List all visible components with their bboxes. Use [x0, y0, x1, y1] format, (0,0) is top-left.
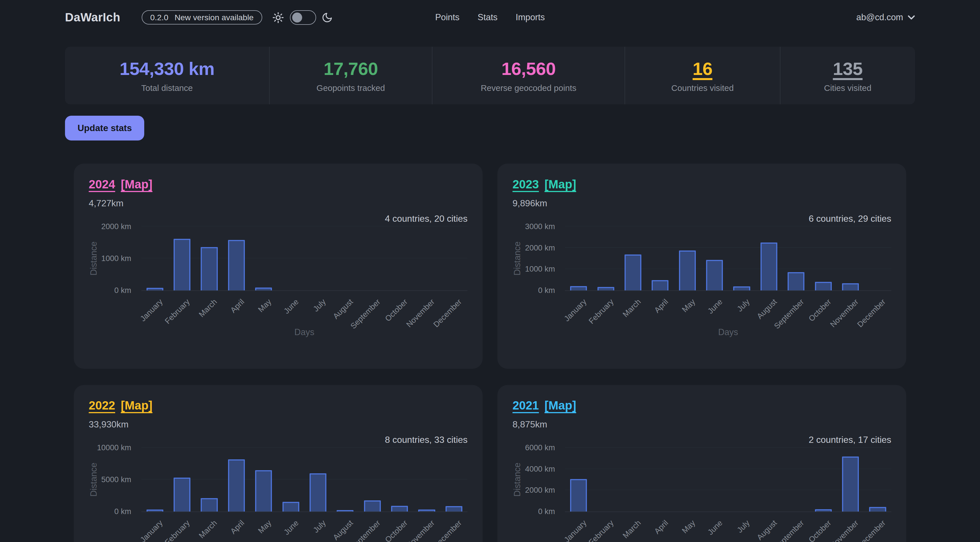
bar-April — [228, 459, 245, 512]
cities-visited-link[interactable]: 135 — [833, 58, 862, 79]
stat-value: 17,760 — [323, 58, 378, 79]
countries-cities-summary: 2 countries, 17 cities — [512, 435, 891, 445]
stat-value: 16,560 — [501, 58, 556, 79]
user-menu[interactable]: ab@cd.com — [856, 12, 915, 22]
y-tick-label: 1000 km — [101, 254, 131, 263]
stat-label: Countries visited — [671, 83, 734, 93]
x-axis-category-label: August — [331, 518, 355, 542]
countries-cities-summary: 6 countries, 29 cities — [512, 213, 891, 224]
y-tick-label: 5000 km — [101, 475, 131, 484]
x-axis-category-label: December — [431, 297, 463, 329]
x-axis-category-label: September — [348, 297, 382, 331]
update-stats-button[interactable]: Update stats — [65, 116, 144, 141]
bar-September — [364, 501, 381, 512]
countries-visited-link[interactable]: 16 — [693, 58, 712, 79]
distance-bar-chart-2023: Distance 0 km1000 km2000 km3000 km Janua… — [512, 227, 891, 345]
x-axis-category-label: February — [163, 518, 192, 542]
y-tick-label: 2000 km — [525, 486, 555, 495]
year-distance: 8,875km — [512, 419, 891, 430]
year-distance: 33,930km — [89, 419, 468, 430]
x-axis-category-label: April — [652, 518, 670, 536]
bar-December — [869, 507, 886, 512]
y-tick-label: 0 km — [538, 286, 555, 295]
x-axis-category-label: September — [348, 518, 382, 542]
x-axis-category-label: July — [735, 518, 751, 535]
year-link[interactable]: 2022 — [89, 399, 115, 412]
bar-October — [815, 282, 832, 290]
y-axis-ticks: 0 km1000 km2000 km — [89, 227, 136, 290]
stat-label: Reverse geocoded points — [480, 83, 576, 93]
nav-item-imports[interactable]: Imports — [515, 12, 545, 22]
y-tick-label: 10000 km — [97, 443, 131, 452]
x-axis-labels: JanuaryFebruaryMarchAprilMayJuneJulyAugu… — [565, 291, 891, 327]
bar-May — [255, 470, 272, 512]
gridline — [565, 226, 891, 227]
y-tick-label: 2000 km — [101, 222, 131, 231]
nav-item-points[interactable]: Points — [435, 12, 460, 22]
x-axis-category-label: December — [431, 518, 463, 542]
x-axis-category-label: May — [256, 297, 274, 314]
stat-total-distance: 154,330 km Total distance — [65, 47, 269, 104]
x-axis-category-label: March — [197, 297, 219, 319]
bar-May — [255, 288, 272, 290]
x-axis-category-label: December — [856, 297, 887, 329]
stat-label: Cities visited — [824, 83, 872, 93]
x-axis-category-label: February — [163, 297, 192, 326]
year-card-2022: 2022 [Map] 33,930km 8 countries, 33 citi… — [74, 385, 483, 542]
y-tick-label: 0 km — [538, 507, 555, 516]
theme-toggle[interactable] — [290, 10, 316, 24]
y-axis-ticks: 0 km5000 km10000 km — [89, 448, 136, 512]
stat-label: Total distance — [141, 83, 193, 93]
x-axis-category-label: February — [587, 297, 616, 326]
bar-March — [200, 498, 218, 512]
x-axis-category-label: January — [562, 518, 588, 542]
map-link[interactable]: [Map] — [544, 178, 576, 191]
year-link[interactable]: 2021 — [512, 399, 539, 412]
bar-March — [200, 247, 218, 290]
y-tick-label: 0 km — [114, 286, 131, 295]
bar-May — [679, 251, 696, 290]
countries-cities-summary: 4 countries, 20 cities — [89, 213, 468, 224]
year-distance: 9,896km — [512, 198, 891, 208]
bar-October — [391, 506, 408, 512]
moon-icon — [321, 12, 332, 23]
stat-cities-visited: 135 Cities visited — [780, 47, 915, 104]
x-axis-category-label: August — [331, 297, 355, 321]
year-link[interactable]: 2023 — [512, 178, 539, 191]
bar-January — [570, 479, 587, 512]
stat-geopoints-tracked: 17,760 Geopoints tracked — [269, 47, 432, 104]
gridline — [565, 447, 891, 448]
bar-August — [337, 510, 353, 511]
stat-value: 154,330 km — [119, 58, 214, 79]
chart-plot-area — [565, 227, 891, 291]
map-link[interactable]: [Map] — [121, 399, 153, 412]
map-link[interactable]: [Map] — [121, 178, 153, 191]
chevron-down-icon — [908, 15, 915, 20]
gridline — [142, 447, 468, 448]
new-version-message: New version available — [175, 13, 253, 22]
x-axis-category-label: November — [404, 518, 436, 542]
year-card-2021: 2021 [Map] 8,875km 2 countries, 17 citie… — [497, 385, 906, 542]
x-axis-category-label: October — [807, 518, 833, 542]
year-distance: 4,727km — [89, 198, 468, 208]
app-logo: DaWarIch — [65, 11, 120, 24]
bar-August — [760, 243, 777, 290]
chart-plot-area — [565, 448, 891, 512]
y-tick-label: 6000 km — [525, 443, 555, 452]
year-link[interactable]: 2024 — [89, 178, 115, 191]
stats-summary-bar: 154,330 km Total distance 17,760 Geopoin… — [65, 47, 915, 104]
x-axis-category-label: September — [773, 518, 806, 542]
theme-switcher — [272, 10, 333, 24]
x-axis-category-label: October — [807, 297, 833, 323]
toggle-knob — [292, 13, 302, 22]
version-badge[interactable]: 0.2.0 New version available — [142, 10, 262, 24]
gridline — [565, 269, 891, 269]
x-axis-category-label: December — [856, 518, 887, 542]
stat-reverse-geocoded: 16,560 Reverse geocoded points — [432, 47, 625, 104]
map-link[interactable]: [Map] — [544, 399, 576, 412]
y-axis-ticks: 0 km1000 km2000 km3000 km — [512, 227, 560, 290]
year-card-2023: 2023 [Map] 9,896km 6 countries, 29 citie… — [497, 164, 906, 369]
x-axis-category-label: July — [311, 518, 328, 535]
nav-item-stats[interactable]: Stats — [478, 12, 498, 22]
x-axis-category-label: June — [706, 297, 724, 316]
